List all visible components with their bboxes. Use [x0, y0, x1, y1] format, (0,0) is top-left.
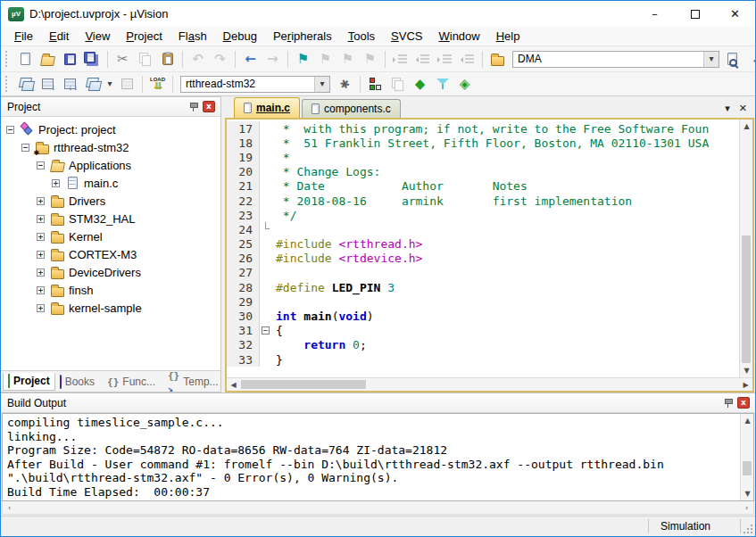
document-tab-components-c[interactable]: components.c [302, 99, 401, 118]
maximize-button[interactable] [675, 1, 715, 27]
target-select-dropdown-icon[interactable]: ▾ [314, 77, 329, 92]
tree-item-drivers[interactable]: +Drivers [1, 192, 220, 210]
toolbar-grip[interactable] [5, 51, 11, 67]
menu-edit[interactable]: Edit [41, 28, 77, 45]
close-panel-icon[interactable]: x [201, 100, 217, 114]
panel-tab-project[interactable]: Project [3, 373, 55, 391]
code-line[interactable]: 20 * Change Logs: [227, 165, 739, 179]
panel-tab-books[interactable]: Books [55, 373, 99, 391]
code-line[interactable]: 25#include <rtthread.h> [227, 237, 739, 252]
code-line[interactable]: 32 return 0; [227, 338, 739, 352]
scroll-up-icon[interactable]: ▲ [740, 120, 752, 133]
toolbar-grip[interactable] [5, 76, 11, 92]
code-line[interactable]: 21 * Date Author Notes [227, 179, 739, 194]
menu-file[interactable]: File [6, 28, 41, 45]
resize-grip[interactable] [741, 516, 755, 536]
code-line[interactable]: 17 * with this program; if not, write to… [227, 121, 739, 136]
close-button[interactable]: ✕ [715, 1, 755, 27]
tree-expander-icon[interactable]: + [52, 179, 60, 187]
translate-file-icon[interactable]: ↓ [14, 74, 37, 95]
scroll-right-icon[interactable]: ▶ [739, 378, 752, 392]
tree-expander-icon[interactable]: − [6, 126, 14, 134]
pin-icon[interactable] [185, 100, 201, 114]
new-file-icon[interactable] [14, 49, 37, 70]
batch-build-dropdown-icon[interactable]: ▾ [104, 74, 116, 95]
build-horizontal-scrollbar[interactable]: ‹ › [2, 501, 754, 515]
tree-item-stm32-hal[interactable]: +STM32_HAL [1, 210, 220, 227]
tree-item-devicedrivers[interactable]: +DeviceDrivers [1, 263, 220, 281]
tree-item-rtthread-stm32[interactable]: −rtthread-stm32 [1, 138, 220, 156]
open-file-icon[interactable] [37, 49, 59, 70]
tree-item-kernel-sample[interactable]: +kernel-sample [1, 299, 220, 317]
scroll-down-icon[interactable]: ▼ [740, 364, 752, 377]
tree-expander-icon[interactable]: − [37, 161, 45, 169]
navigate-back-icon[interactable]: ← [239, 49, 262, 70]
tree-item-main-c[interactable]: +main.c [1, 174, 220, 192]
menu-flash[interactable]: Flash [170, 28, 215, 45]
find-text-combo[interactable]: DMA▾ [512, 51, 719, 68]
code-editor[interactable]: 17 * with this program; if not, write to… [227, 120, 739, 377]
batch-build-icon[interactable] [81, 74, 104, 95]
build-output-text[interactable]: compiling timeslice_sample.c...linking..… [3, 414, 740, 500]
code-line[interactable]: 33} [227, 352, 739, 367]
find-in-files-icon[interactable] [723, 49, 745, 70]
download-code-icon[interactable]: LOAD⇊ [146, 74, 169, 95]
close-document-icon[interactable]: ✕ [739, 103, 747, 114]
tree-expander-icon[interactable]: + [37, 233, 45, 241]
code-line[interactable]: 30int main(void) [227, 309, 739, 323]
target-select-combo[interactable]: rtthread-stm32▾ [180, 76, 330, 93]
code-line[interactable]: 26#include <rtdevice.h> [227, 252, 739, 266]
panel-tab-func[interactable]: {}Func... [103, 373, 160, 391]
insert-bookmark-icon[interactable]: ⚑ [292, 49, 314, 70]
pin-icon[interactable] [719, 396, 735, 410]
tree-expander-icon[interactable]: + [37, 251, 45, 259]
code-line[interactable]: 24 [227, 222, 739, 236]
menu-help[interactable]: Help [488, 28, 528, 45]
document-list-dropdown-icon[interactable]: ▾ [725, 103, 730, 114]
code-line[interactable]: 23 */ [227, 208, 739, 222]
editor-hscroll-thumb[interactable] [241, 380, 366, 389]
tree-expander-icon[interactable]: + [37, 268, 45, 277]
code-line[interactable]: 19 * [227, 150, 739, 164]
menu-project[interactable]: Project [118, 28, 170, 45]
paste-icon[interactable] [156, 49, 179, 70]
save-icon[interactable] [59, 49, 81, 70]
tree-expander-icon[interactable]: + [37, 304, 45, 312]
incremental-find-icon[interactable]: ↓ [745, 49, 755, 70]
save-all-icon[interactable] [81, 49, 104, 70]
scroll-left-icon[interactable]: ◀ [227, 378, 240, 392]
editor-vscroll-thumb[interactable] [742, 235, 751, 363]
build-vertical-scrollbar[interactable]: ▲ ▼ [740, 414, 753, 500]
tree-expander-icon[interactable]: + [37, 286, 45, 294]
minimize-button[interactable]: – [635, 1, 675, 27]
tree-expander-icon[interactable]: + [37, 215, 45, 223]
code-line[interactable]: 28#define LED_PIN 3 [227, 280, 739, 294]
close-panel-icon[interactable]: x [735, 396, 752, 410]
scroll-up-icon[interactable]: ▲ [741, 414, 754, 427]
select-software-packs-icon[interactable] [431, 74, 453, 95]
scroll-right-icon[interactable]: › [740, 501, 753, 515]
find-in-files-dialog-icon[interactable] [486, 49, 509, 70]
manage-project-items-icon[interactable] [364, 74, 386, 95]
tree-item-applications[interactable]: −Applications [1, 156, 220, 174]
tree-item-cortex-m3[interactable]: +CORTEX-M3 [1, 245, 220, 263]
editor-vertical-scrollbar[interactable]: ▲ ▼ [739, 120, 752, 377]
scroll-left-icon[interactable]: ‹ [3, 501, 16, 515]
scroll-down-icon[interactable]: ▼ [741, 487, 754, 500]
find-text-dropdown-icon[interactable]: ▾ [703, 52, 719, 67]
manage-run-time-environment-icon[interactable]: ◆ [409, 74, 431, 95]
menu-tools[interactable]: Tools [340, 28, 383, 45]
tree-expander-icon[interactable]: + [37, 197, 45, 205]
build-vscroll-thumb[interactable] [743, 461, 752, 475]
fold-collapse-icon[interactable]: − [262, 326, 270, 335]
menu-svcs[interactable]: SVCS [383, 28, 430, 45]
tree-item-project-project[interactable]: −Project: project [1, 120, 220, 138]
tree-expander-icon[interactable]: − [21, 144, 29, 152]
menu-debug[interactable]: Debug [215, 28, 265, 45]
document-tab-main-c[interactable]: main.c [234, 97, 300, 118]
menu-window[interactable]: Window [430, 28, 487, 45]
code-line[interactable]: 18 * 51 Franklin Street, Fifth Floor, Bo… [227, 136, 739, 150]
pack-installer-icon[interactable]: ◈ [453, 74, 476, 95]
code-line[interactable]: 29 [227, 294, 739, 309]
tree-item-finsh[interactable]: +finsh [1, 281, 220, 299]
